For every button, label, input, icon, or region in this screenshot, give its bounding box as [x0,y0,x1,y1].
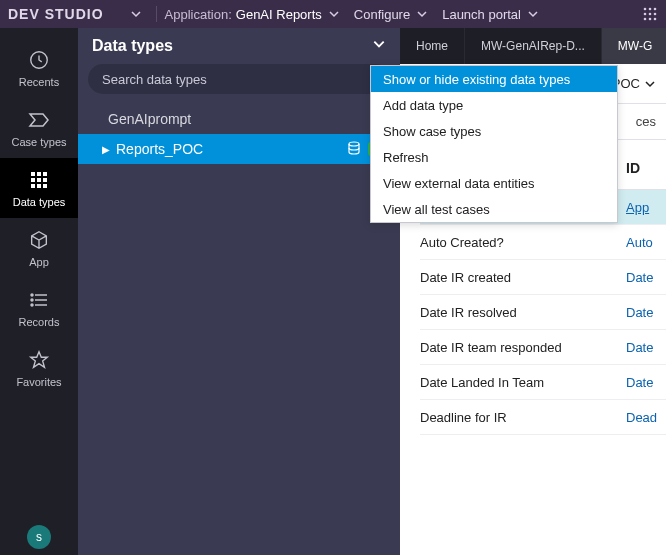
table-row[interactable]: Date Landed In TeamDate [420,365,666,400]
dropdown-item[interactable]: Show or hide existing data types [371,66,617,92]
panel-title: Data types [92,37,173,55]
sidebar-item-recents[interactable]: Recents [0,38,78,98]
application-label: Application: [165,7,232,22]
chevron-down-icon[interactable] [328,8,340,20]
table-row[interactable]: Deadline for IRDead [420,400,666,435]
avatar[interactable]: s [27,525,51,549]
data-types-dropdown: Show or hide existing data types Add dat… [370,65,618,223]
svg-point-3 [644,13,647,16]
sidebar-item-data-types[interactable]: Data types [0,158,78,218]
column-header-id[interactable]: ID [626,160,666,179]
database-icon [346,140,362,159]
table-row[interactable]: Date IR team respondedDate [420,330,666,365]
sidebar-item-label: Case types [11,136,66,148]
sidebar-item-label: Data types [13,196,66,208]
star-icon [27,348,51,372]
svg-rect-11 [37,172,41,176]
svg-rect-17 [37,184,41,188]
chevron-down-icon[interactable] [130,8,142,20]
tab-item[interactable]: MW-GenAIRep-D... [465,28,602,64]
clock-icon [27,48,51,72]
tab-item[interactable]: MW-G [602,28,666,64]
sidebar-item-label: Recents [19,76,59,88]
svg-rect-18 [43,184,47,188]
svg-rect-16 [31,184,35,188]
top-bar: DEV STUDIO Application: GenAI Reports Co… [0,0,666,28]
svg-rect-10 [31,172,35,176]
svg-point-4 [649,13,652,16]
cell-name: Date IR created [420,270,626,285]
sidebar-item-app[interactable]: App [0,218,78,278]
cell-name: Date IR resolved [420,305,626,320]
sidebar-item-label: App [29,256,49,268]
cell-name: Deadline for IR [420,410,626,425]
cell-id[interactable]: Date [626,305,666,320]
svg-rect-13 [31,178,35,182]
brand: DEV STUDIO [8,6,104,22]
svg-point-1 [649,8,652,11]
search-placeholder: Search data types [102,72,207,87]
list-item-label: GenAIprompt [108,111,191,127]
cell-name: Date IR team responded [420,340,626,355]
cell-id[interactable]: Auto [626,235,666,250]
tab-home[interactable]: Home [400,28,465,64]
cube-icon [27,228,51,252]
launch-portal-menu[interactable]: Launch portal [442,7,521,22]
cell-name: Date Landed In Team [420,375,626,390]
sidebar-item-records[interactable]: Records [0,278,78,338]
table-row[interactable]: Date IR resolvedDate [420,295,666,330]
tab-bar: Home MW-GenAIRep-D... MW-G [400,28,666,64]
search-input[interactable]: Search data types [88,64,390,94]
svg-point-23 [31,299,33,301]
svg-point-8 [654,18,657,21]
list-item[interactable]: GenAIprompt [78,104,400,134]
caret-right-icon: ▶ [102,144,110,155]
apps-grid-icon[interactable] [642,6,658,22]
svg-point-0 [644,8,647,11]
svg-point-22 [31,294,33,296]
chevron-down-icon[interactable] [416,8,428,20]
grid-icon [27,168,51,192]
cell-name: Auto Created? [420,235,626,250]
cell-id[interactable]: Dead [626,410,666,425]
svg-rect-12 [43,172,47,176]
dropdown-item[interactable]: View external data entities [371,170,617,196]
svg-point-7 [649,18,652,21]
svg-point-2 [654,8,657,11]
sidebar-item-case-types[interactable]: Case types [0,98,78,158]
svg-rect-15 [43,178,47,182]
cell-id[interactable]: App [626,200,666,215]
list-item-label: Reports_POC [116,141,203,157]
dropdown-item[interactable]: View all test cases [371,196,617,222]
application-name[interactable]: GenAI Reports [236,7,322,22]
table-row[interactable]: Auto Created?Auto [420,225,666,260]
svg-point-24 [31,304,33,306]
list-icon [27,288,51,312]
cell-id[interactable]: Date [626,340,666,355]
dropdown-item[interactable]: Refresh [371,144,617,170]
sidebar-rail: Recents Case types Data types App Record… [0,28,78,555]
svg-point-6 [644,18,647,21]
tag-icon [27,108,51,132]
configure-menu[interactable]: Configure [354,7,410,22]
svg-point-25 [349,142,359,146]
poc-dropdown[interactable]: POC [612,76,656,91]
data-types-panel: Data types Search data types GenAIprompt… [78,28,400,555]
chevron-down-icon[interactable] [527,8,539,20]
dropdown-item[interactable]: Show case types [371,118,617,144]
svg-point-5 [654,13,657,16]
svg-rect-14 [37,178,41,182]
sidebar-item-label: Favorites [16,376,61,388]
dropdown-item[interactable]: Add data type [371,92,617,118]
list-item[interactable]: ▶ Reports_POC 3 [78,134,400,164]
sidebar-item-label: Records [19,316,60,328]
chevron-down-icon[interactable] [372,37,386,55]
cell-id[interactable]: Date [626,270,666,285]
table-row[interactable]: Date IR createdDate [420,260,666,295]
cell-id[interactable]: Date [626,375,666,390]
sidebar-item-favorites[interactable]: Favorites [0,338,78,398]
